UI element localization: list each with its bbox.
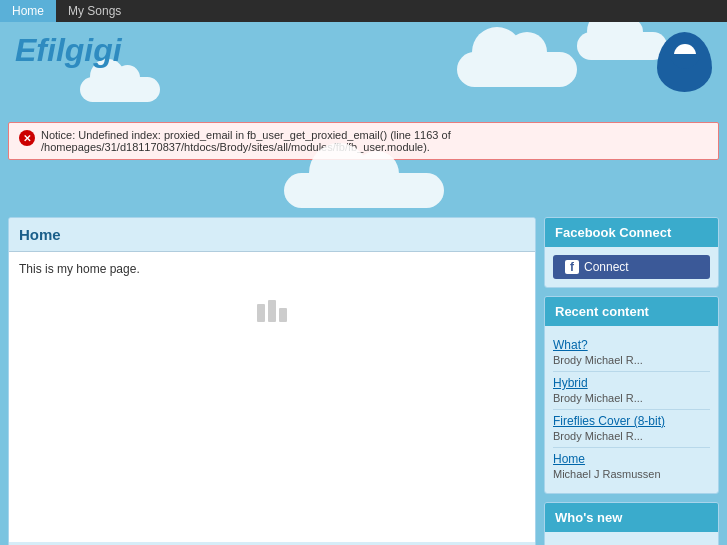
cloud-mid-shape	[284, 173, 444, 208]
whos-new-list: Youra Testyone Brody Michael R...	[553, 540, 710, 545]
facebook-connect-label: Connect	[584, 260, 629, 274]
placeholder-bar-2	[268, 300, 276, 322]
recent-content-title: Recent content	[545, 297, 718, 326]
placeholder-bar-3	[279, 308, 287, 322]
recent-item-4: Home Michael J Rasmussen	[553, 448, 710, 485]
error-message: Notice: Undefined index: proxied_email i…	[41, 129, 708, 153]
home-panel: Home This is my home page.	[8, 217, 536, 545]
top-navigation: Home My Songs	[0, 0, 727, 22]
whos-new-content: Youra Testyone Brody Michael R...	[545, 532, 718, 545]
recent-item-1: What? Brody Michael R...	[553, 334, 710, 372]
recent-link-2[interactable]: Hybrid	[553, 376, 710, 390]
facebook-connect-block: Facebook Connect f Connect	[544, 217, 719, 288]
whos-new-item-1: Youra Testyone	[553, 540, 710, 545]
recent-author-4: Michael J Rasmussen	[553, 468, 661, 480]
facebook-connect-title: Facebook Connect	[545, 218, 718, 247]
drupal-logo	[657, 32, 717, 102]
home-body-text: This is my home page.	[19, 262, 525, 276]
nav-home[interactable]: Home	[0, 0, 56, 22]
placeholder-bars	[257, 300, 287, 322]
site-logo: Efilgigi	[15, 32, 712, 69]
placeholder-bar-1	[257, 304, 265, 322]
site-header: Efilgigi	[0, 22, 727, 122]
sidebar: Facebook Connect f Connect Recent conten…	[544, 217, 719, 545]
recent-link-1[interactable]: What?	[553, 338, 710, 352]
recent-author-1: Brody Michael R...	[553, 354, 643, 366]
facebook-connect-content: f Connect	[545, 247, 718, 287]
recent-author-3: Brody Michael R...	[553, 430, 643, 442]
recent-author-2: Brody Michael R...	[553, 392, 643, 404]
recent-item-3: Fireflies Cover (8-bit) Brody Michael R.…	[553, 410, 710, 448]
cloud-decoration-logo	[80, 77, 160, 102]
cloud-mid-decoration	[0, 168, 727, 213]
home-placeholder	[19, 286, 525, 336]
home-content: This is my home page.	[9, 252, 535, 542]
whos-new-block: Who's new Youra Testyone Brody Michael R…	[544, 502, 719, 545]
drupal-drop-icon	[657, 32, 712, 92]
recent-item-2: Hybrid Brody Michael R...	[553, 372, 710, 410]
recent-content-block: Recent content What? Brody Michael R... …	[544, 296, 719, 494]
whos-new-title: Who's new	[545, 503, 718, 532]
recent-link-4[interactable]: Home	[553, 452, 710, 466]
main-layout: Home This is my home page. Facebook Conn…	[0, 217, 727, 545]
facebook-connect-button[interactable]: f Connect	[553, 255, 710, 279]
home-title: Home	[9, 218, 535, 252]
recent-content-list: What? Brody Michael R... Hybrid Brody Mi…	[545, 326, 718, 493]
logo-part1: Efil	[15, 32, 65, 68]
facebook-icon: f	[565, 260, 579, 274]
recent-link-3[interactable]: Fireflies Cover (8-bit)	[553, 414, 710, 428]
error-icon: ✕	[19, 130, 35, 146]
nav-my-songs[interactable]: My Songs	[56, 0, 133, 22]
logo-part2: gigi	[65, 32, 122, 68]
